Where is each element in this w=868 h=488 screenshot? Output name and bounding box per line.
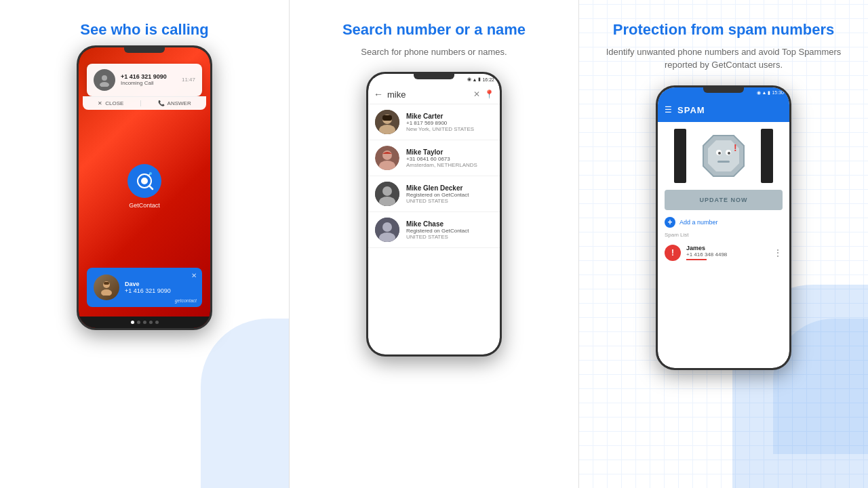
app-name-label: GetContact xyxy=(129,202,160,209)
signal-icon-3: ▲ xyxy=(762,90,767,95)
spam-contact-info: James +1 416 348 4498 xyxy=(686,245,768,260)
back-arrow-icon[interactable]: ← xyxy=(374,89,383,100)
phone-screen-1: +1 416 321 9090 Incoming Call 11:47 ✕ CL… xyxy=(79,47,210,328)
contact-location-2: Amsterdam, NETHERLANDS xyxy=(406,162,493,168)
hamburger-icon[interactable]: ☰ xyxy=(665,105,672,115)
spam-alert-icon: ! xyxy=(665,245,681,261)
svg-point-21 xyxy=(382,222,392,232)
spam-title: SPAM xyxy=(677,105,705,115)
contact-info-3: Mike Glen Decker Registered on GetContac… xyxy=(406,184,493,204)
caller-number: +1 416 321 9090 xyxy=(125,287,171,294)
robot-pillars: ! xyxy=(674,129,773,183)
contact-phone-2: +31 0641 60 0673 xyxy=(406,156,493,162)
call-time: 11:47 xyxy=(182,77,195,83)
spam-robot: ! xyxy=(665,129,783,183)
call-center: GetContact xyxy=(79,110,210,264)
contact-avatar-3 xyxy=(375,182,399,206)
clear-search-icon[interactable]: ✕ xyxy=(473,89,480,99)
contact-avatar-2 xyxy=(375,146,399,170)
contact-location-1: New York, UNITED STATES xyxy=(406,126,493,132)
spam-contact-number: +1 416 348 4498 xyxy=(686,251,768,258)
svg-rect-13 xyxy=(382,115,392,121)
bg-decoration xyxy=(201,319,289,488)
svg-point-0 xyxy=(102,75,107,81)
add-number-label: Add a number xyxy=(679,219,718,226)
phone-mockup-2: ◉ ▲ ▮ 16:22 ← mike ✕ 📍 xyxy=(366,72,502,357)
svg-rect-9 xyxy=(104,282,109,285)
dot-3 xyxy=(143,321,146,324)
phone-3: ◉ ▲ ▮ 15:30 ☰ SPAM xyxy=(656,85,791,370)
spam-contact-name: James xyxy=(686,245,768,251)
wifi-icon: ◉ xyxy=(467,77,471,82)
svg-point-3 xyxy=(141,178,148,184)
getcontact-logo xyxy=(127,164,161,198)
dot-4 xyxy=(149,321,153,324)
close-button[interactable]: ✕ CLOSE xyxy=(98,100,123,106)
panel-3-title: Protection from spam numbers xyxy=(613,20,834,40)
caller-info-card: Dave +1 416 321 9090 ✕ getcontact xyxy=(87,268,202,307)
dot-5 xyxy=(155,321,159,324)
panel-3-subtitle: Identify unwanted phone numbers and avoi… xyxy=(593,45,854,72)
svg-point-18 xyxy=(382,186,392,196)
call-label: Incoming Call xyxy=(121,80,176,86)
list-item[interactable]: Mike Chase Registered on GetContact UNIT… xyxy=(368,212,500,248)
spam-list-item: ! James +1 416 348 4498 ⋮ xyxy=(665,242,783,264)
more-options-icon[interactable]: ⋮ xyxy=(773,247,783,258)
panel-search: Search number or a name Search for phone… xyxy=(289,0,579,488)
list-item[interactable]: Mike Carter +1 817 569 8900 New York, UN… xyxy=(368,104,500,140)
panel-see-who-calling: See who is calling xyxy=(0,0,289,488)
contact-name-3: Mike Glen Decker xyxy=(406,184,493,192)
svg-point-8 xyxy=(101,289,112,296)
svg-point-1 xyxy=(100,82,109,87)
close-icon[interactable]: ✕ xyxy=(191,272,197,279)
contact-name-1: Mike Carter xyxy=(406,113,493,120)
svg-rect-30 xyxy=(717,161,730,163)
add-number-button[interactable]: + Add a number xyxy=(665,217,783,228)
answer-button[interactable]: 📞 ANSWER xyxy=(158,100,191,106)
caller-name: Dave xyxy=(125,281,171,287)
contact-name-2: Mike Taylor xyxy=(406,148,493,156)
call-screen: +1 416 321 9090 Incoming Call 11:47 ✕ CL… xyxy=(79,47,210,328)
status-icons-3: ◉ ▲ ▮ 15:30 xyxy=(757,90,784,96)
contact-info-2: Mike Taylor +31 0641 60 0673 Amsterdam, … xyxy=(406,148,493,168)
contact-name-4: Mike Chase xyxy=(406,220,493,228)
list-item[interactable]: Mike Glen Decker Registered on GetContac… xyxy=(368,176,500,212)
contact-info-4: Mike Chase Registered on GetContact UNIT… xyxy=(406,220,493,240)
pin-icon[interactable]: 📍 xyxy=(484,89,494,99)
pillar-right xyxy=(761,129,773,183)
spam-header: ☰ SPAM xyxy=(658,98,789,122)
time-display: 16:22 xyxy=(482,77,494,82)
dot-2 xyxy=(137,321,140,324)
update-now-button[interactable]: UPDATE NOW xyxy=(665,190,783,210)
call-avatar xyxy=(94,69,115,91)
phone-notch-3 xyxy=(703,87,744,93)
contact-location-3: UNITED STATES xyxy=(406,198,493,204)
call-info: +1 416 321 9090 Incoming Call xyxy=(121,73,176,86)
time-display-3: 15:30 xyxy=(772,90,784,95)
phone-screen-2: ◉ ▲ ▮ 16:22 ← mike ✕ 📍 xyxy=(368,74,500,354)
getcontact-brand: getcontact xyxy=(175,298,197,303)
spam-indicator xyxy=(686,259,707,260)
contact-info-1: Mike Carter +1 817 569 8900 New York, UN… xyxy=(406,113,493,132)
search-bar[interactable]: ← mike ✕ 📍 xyxy=(368,85,500,104)
phone-mockup-1: +1 416 321 9090 Incoming Call 11:47 ✕ CL… xyxy=(77,45,212,330)
pagination-dots xyxy=(79,317,210,328)
contact-phone-4: Registered on GetContact xyxy=(406,228,493,234)
spam-list-label: Spam List xyxy=(665,232,783,238)
panel-2-subtitle: Search for phone numbers or names. xyxy=(361,45,507,59)
list-item[interactable]: Mike Taylor +31 0641 60 0673 Amsterdam, … xyxy=(368,140,500,176)
battery-icon-3: ▮ xyxy=(768,90,770,96)
phone-1: +1 416 321 9090 Incoming Call 11:47 ✕ CL… xyxy=(77,45,212,330)
phone-notch-1 xyxy=(124,47,165,53)
contact-phone-3: Registered on GetContact xyxy=(406,192,493,198)
svg-point-27 xyxy=(718,152,721,155)
plus-icon: + xyxy=(665,217,675,228)
spam-content: ! UPDATE NOW xyxy=(658,122,789,368)
phone-mockup-3: ◉ ▲ ▮ 15:30 ☰ SPAM xyxy=(656,85,791,370)
pillar-left xyxy=(674,129,686,183)
panel-2-title: Search number or a name xyxy=(342,20,526,40)
contact-avatar-4 xyxy=(375,218,399,242)
spam-screen: ◉ ▲ ▮ 15:30 ☰ SPAM xyxy=(658,87,789,368)
search-input[interactable]: mike xyxy=(387,89,469,100)
phone-icon: 📞 xyxy=(158,100,165,106)
